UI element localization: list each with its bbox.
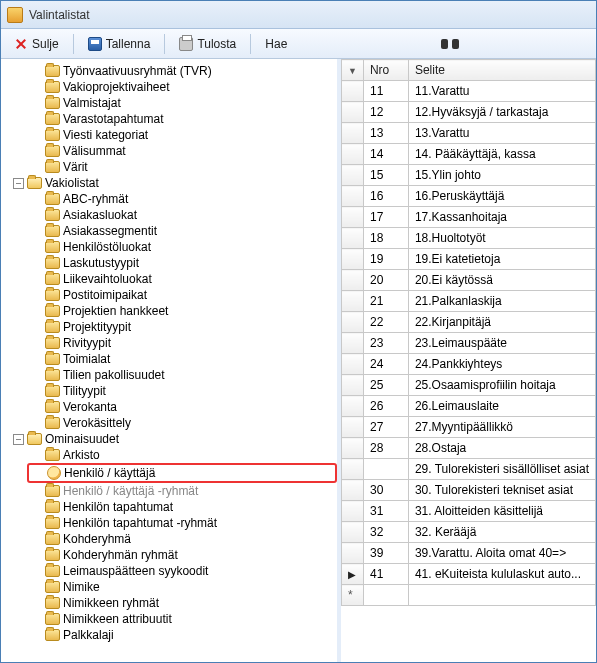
cell-selite[interactable]: 20.Ei käytössä [408,270,595,291]
row-header[interactable] [342,228,364,249]
tree-item[interactable]: Verokäsittely [29,415,337,431]
tree-item[interactable]: Viesti kategoriat [29,127,337,143]
tree-item[interactable]: Leimauspäätteen syykoodit [29,563,337,579]
tree-item[interactable]: Nimikkeen attribuutit [29,611,337,627]
cell-selite[interactable]: 17.Kassanhoitaja [408,207,595,228]
search-button[interactable]: Hae [258,33,294,55]
row-header[interactable] [342,501,364,522]
tree-item[interactable]: Asiakasluokat [29,207,337,223]
row-header[interactable] [342,165,364,186]
cell-nro[interactable]: 39 [363,543,408,564]
tree-item[interactable]: Kohderyhmä [29,531,337,547]
cell-selite[interactable]: 29. Tulorekisteri sisällölliset asiat [408,459,595,480]
data-grid[interactable]: ▼ Nro Selite 1111.Varattu1212.Hyväksyjä … [341,59,596,606]
cell-nro[interactable]: 41 [363,564,408,585]
row-header[interactable] [342,375,364,396]
cell-nro[interactable]: 32 [363,522,408,543]
tree-item[interactable]: Liikevaihtoluokat [29,271,337,287]
tree-item[interactable]: Projektityypit [29,319,337,335]
cell-nro[interactable]: 27 [363,417,408,438]
cell-selite[interactable]: 28.Ostaja [408,438,595,459]
table-row[interactable]: 2121.Palkanlaskija [342,291,596,312]
row-header[interactable] [342,312,364,333]
cell-selite[interactable] [408,585,595,606]
tree-item[interactable]: Vakioprojektivaiheet [29,79,337,95]
table-row[interactable]: 1111.Varattu [342,81,596,102]
cell-selite[interactable]: 31. Aloitteiden käsittelijä [408,501,595,522]
cell-selite[interactable]: 18.Huoltotyöt [408,228,595,249]
tree-item[interactable]: Laskutustyypit [29,255,337,271]
cell-selite[interactable]: 15.Ylin johto [408,165,595,186]
collapse-icon[interactable]: – [13,178,24,189]
cell-selite[interactable]: 25.Osaamisprofiilin hoitaja [408,375,595,396]
cell-selite[interactable]: 27.Myyntipäällikkö [408,417,595,438]
table-row[interactable]: 2323.Leimauspääte [342,333,596,354]
cell-selite[interactable]: 22.Kirjanpitäjä [408,312,595,333]
tree-item[interactable]: Toimialat [29,351,337,367]
row-header[interactable] [342,186,364,207]
cell-nro[interactable]: 16 [363,186,408,207]
table-row[interactable]: 2020.Ei käytössä [342,270,596,291]
new-row-indicator[interactable]: * [342,585,364,606]
cell-nro[interactable]: 25 [363,375,408,396]
cell-nro[interactable]: 14 [363,144,408,165]
tree-item[interactable]: Arkisto [29,447,337,463]
table-row[interactable]: 3030. Tulorekisteri tekniset asiat [342,480,596,501]
row-header[interactable] [342,207,364,228]
row-header[interactable] [342,291,364,312]
cell-selite[interactable]: 41. eKuiteista kululaskut auto... [408,564,595,585]
tree-branch[interactable]: –Ominaisuudet [11,431,337,447]
row-header[interactable] [342,81,364,102]
cell-nro[interactable] [363,459,408,480]
tree-item[interactable]: Valmistajat [29,95,337,111]
row-header[interactable] [342,144,364,165]
collapse-icon[interactable]: – [13,434,24,445]
table-row[interactable]: 2222.Kirjanpitäjä [342,312,596,333]
cell-selite[interactable]: 26.Leimauslaite [408,396,595,417]
row-header[interactable] [342,522,364,543]
tree-item[interactable]: Asiakassegmentit [29,223,337,239]
tree-item[interactable]: Henkilöstöluokat [29,239,337,255]
table-row[interactable]: 3939.Varattu. Aloita omat 40=> [342,543,596,564]
table-row[interactable]: 29. Tulorekisteri sisällölliset asiat [342,459,596,480]
cell-selite[interactable]: 23.Leimauspääte [408,333,595,354]
row-header[interactable] [342,396,364,417]
tree-item[interactable]: Nimike [29,579,337,595]
cell-selite[interactable]: 39.Varattu. Aloita omat 40=> [408,543,595,564]
table-row[interactable]: 1414. Pääkäyttäjä, kassa [342,144,596,165]
cell-nro[interactable]: 23 [363,333,408,354]
find-button[interactable] [434,34,466,54]
tree-item[interactable]: Palkkalaji [29,627,337,643]
cell-selite[interactable]: 19.Ei katetietoja [408,249,595,270]
cell-nro[interactable]: 17 [363,207,408,228]
tree-item[interactable]: Rivityypit [29,335,337,351]
table-row[interactable]: 3131. Aloitteiden käsittelijä [342,501,596,522]
tree-item[interactable]: ABC-ryhmät [29,191,337,207]
table-row[interactable]: 1313.Varattu [342,123,596,144]
table-row[interactable]: 2525.Osaamisprofiilin hoitaja [342,375,596,396]
tree-panel[interactable]: Työnvaativuusryhmät (TVR)Vakioprojektiva… [1,59,341,663]
tree-branch[interactable]: –Vakiolistat [11,175,337,191]
row-header[interactable] [342,249,364,270]
col-nro-header[interactable]: Nro [363,60,408,81]
row-header[interactable] [342,417,364,438]
table-row[interactable]: 2626.Leimauslaite [342,396,596,417]
cell-selite[interactable]: 12.Hyväksyjä / tarkastaja [408,102,595,123]
table-row[interactable]: 2828.Ostaja [342,438,596,459]
cell-selite[interactable]: 11.Varattu [408,81,595,102]
row-header[interactable]: ▶ [342,564,364,585]
cell-nro[interactable]: 19 [363,249,408,270]
close-button[interactable]: Sulje [7,33,66,55]
table-row[interactable]: 3232. Kerääjä [342,522,596,543]
table-row[interactable]: 1616.Peruskäyttäjä [342,186,596,207]
cell-selite[interactable]: 13.Varattu [408,123,595,144]
cell-selite[interactable]: 32. Kerääjä [408,522,595,543]
table-row[interactable]: 1515.Ylin johto [342,165,596,186]
row-header[interactable] [342,354,364,375]
tree-item[interactable]: Verokanta [29,399,337,415]
cell-nro[interactable]: 15 [363,165,408,186]
table-row[interactable]: 1212.Hyväksyjä / tarkastaja [342,102,596,123]
tree-item[interactable]: Tilityypit [29,383,337,399]
new-row[interactable]: * [342,585,596,606]
cell-nro[interactable]: 18 [363,228,408,249]
